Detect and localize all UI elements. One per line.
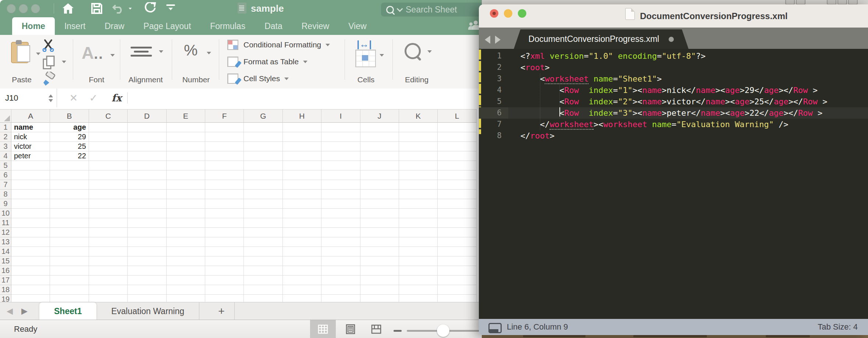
home-icon[interactable]	[62, 3, 74, 14]
cell-E1[interactable]	[167, 123, 205, 132]
cell-D11[interactable]	[128, 218, 166, 228]
column-header-g[interactable]: G	[244, 109, 282, 123]
cell-B6[interactable]	[50, 170, 89, 180]
cell-E15[interactable]	[167, 256, 205, 266]
row-header-3[interactable]: 3	[0, 142, 11, 151]
undo-dropdown-icon[interactable]	[128, 7, 132, 10]
code-area[interactable]: 1<?xml version="1.0" encoding="utf-8"?>2…	[479, 49, 868, 319]
cell-I2[interactable]	[321, 132, 360, 142]
cell-K12[interactable]	[399, 228, 438, 237]
cell-F12[interactable]	[205, 228, 244, 237]
cell-D5[interactable]	[128, 161, 166, 170]
row-header-1[interactable]: 1	[0, 123, 11, 132]
cell-A6[interactable]	[11, 170, 50, 180]
code-line-2[interactable]: 2<root>	[479, 62, 868, 73]
column-header-e[interactable]: E	[167, 109, 205, 123]
cell-A2[interactable]: nick	[11, 132, 50, 142]
editor-tab[interactable]: DocumentConversionProgress.xml	[514, 29, 689, 49]
cell-B19[interactable]	[50, 295, 89, 302]
prev-tab-icon[interactable]	[485, 36, 490, 44]
cell-A10[interactable]	[11, 209, 50, 218]
cell-E17[interactable]	[167, 276, 205, 285]
cell-H6[interactable]	[283, 170, 321, 180]
cell-A3[interactable]: victor	[11, 142, 50, 151]
cell-L10[interactable]	[438, 209, 476, 218]
cell-E5[interactable]	[167, 161, 205, 170]
column-header-b[interactable]: B	[50, 109, 89, 123]
cell-A11[interactable]	[11, 218, 50, 228]
cell-E18[interactable]	[167, 285, 205, 295]
cell-C5[interactable]	[89, 161, 128, 170]
cell-L14[interactable]	[438, 247, 476, 256]
cell-K5[interactable]	[399, 161, 438, 170]
row-header-6[interactable]: 6	[0, 170, 11, 180]
cell-I9[interactable]	[321, 199, 360, 209]
tab-size-text[interactable]: Tab Size: 4	[818, 319, 858, 335]
row-header-11[interactable]: 11	[0, 218, 11, 228]
code-line-6[interactable]: 6 <Row index="3"><name>peter</name><age>…	[479, 107, 868, 119]
cell-I17[interactable]	[321, 276, 360, 285]
cell-K16[interactable]	[399, 266, 438, 276]
cell-J13[interactable]	[360, 237, 399, 247]
cell-C4[interactable]	[89, 151, 128, 161]
cell-L7[interactable]	[438, 180, 476, 190]
cell-K1[interactable]	[399, 123, 438, 132]
row-header-14[interactable]: 14	[0, 247, 11, 256]
cell-E14[interactable]	[167, 247, 205, 256]
ribbon-tab-data[interactable]: Data	[255, 17, 292, 35]
zoom-slider-thumb[interactable]	[437, 324, 449, 337]
cell-F5[interactable]	[205, 161, 244, 170]
cell-L1[interactable]	[438, 123, 476, 132]
cell-F17[interactable]	[205, 276, 244, 285]
cell-K11[interactable]	[399, 218, 438, 228]
cell-F15[interactable]	[205, 256, 244, 266]
cell-J8[interactable]	[360, 190, 399, 199]
cell-A14[interactable]	[11, 247, 50, 256]
cell-G15[interactable]	[244, 256, 282, 266]
cell-F1[interactable]	[205, 123, 244, 132]
cell-H9[interactable]	[283, 199, 321, 209]
font-button[interactable]: A..	[82, 43, 103, 63]
cell-H10[interactable]	[283, 209, 321, 218]
cell-K9[interactable]	[399, 199, 438, 209]
cell-L16[interactable]	[438, 266, 476, 276]
cell-F13[interactable]	[205, 237, 244, 247]
cell-G8[interactable]	[244, 190, 282, 199]
cell-G14[interactable]	[244, 247, 282, 256]
cell-A4[interactable]: peter	[11, 151, 50, 161]
cell-L12[interactable]	[438, 228, 476, 237]
cell-F2[interactable]	[205, 132, 244, 142]
cell-K17[interactable]	[399, 276, 438, 285]
cell-E10[interactable]	[167, 209, 205, 218]
cell-H16[interactable]	[283, 266, 321, 276]
cell-G7[interactable]	[244, 180, 282, 190]
cell-B18[interactable]	[50, 285, 89, 295]
cell-A16[interactable]	[11, 266, 50, 276]
cell-E6[interactable]	[167, 170, 205, 180]
format-as-table-button[interactable]: Format as Table	[227, 55, 307, 68]
cell-E8[interactable]	[167, 190, 205, 199]
ribbon-tab-review[interactable]: Review	[292, 17, 339, 35]
cell-E16[interactable]	[167, 266, 205, 276]
zoom-button[interactable]	[31, 4, 40, 13]
cell-J3[interactable]	[360, 142, 399, 151]
cell-E12[interactable]	[167, 228, 205, 237]
next-sheet-icon[interactable]: ▶	[21, 302, 28, 320]
ribbon-tab-formulas[interactable]: Formulas	[200, 17, 255, 35]
customize-toolbar-icon[interactable]	[166, 4, 175, 10]
cell-H3[interactable]	[283, 142, 321, 151]
cell-J6[interactable]	[360, 170, 399, 180]
cell-G11[interactable]	[244, 218, 282, 228]
editing-search-icon[interactable]	[405, 43, 421, 59]
column-header-k[interactable]: K	[399, 109, 438, 123]
cell-B2[interactable]: 29	[50, 132, 89, 142]
cell-C8[interactable]	[89, 190, 128, 199]
cell-G2[interactable]	[244, 132, 282, 142]
cell-C12[interactable]	[89, 228, 128, 237]
code-line-7[interactable]: 7 </worksheet><worksheet name="Evaluatio…	[479, 119, 868, 130]
cell-J15[interactable]	[360, 256, 399, 266]
zoom-button[interactable]	[518, 9, 526, 18]
cell-H15[interactable]	[283, 256, 321, 266]
cell-I3[interactable]	[321, 142, 360, 151]
paste-button[interactable]	[11, 40, 30, 63]
